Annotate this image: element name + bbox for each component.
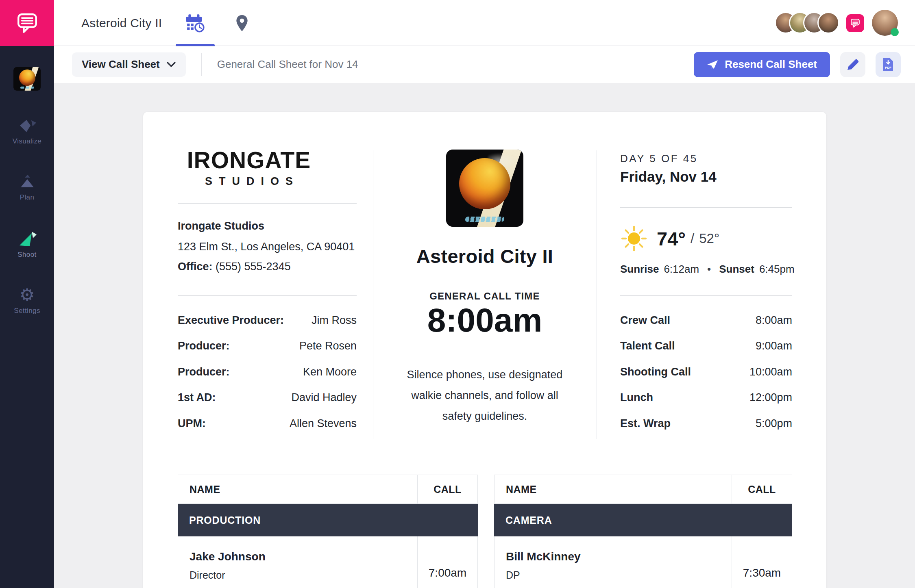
sidebar-item-settings[interactable]: ⚙ Settings xyxy=(0,286,54,325)
column-divider xyxy=(597,150,597,439)
crew-member-name: Jake Johnson xyxy=(190,550,417,563)
studio-name: Irongate Studios xyxy=(178,220,264,232)
call-sheet-document: IRONGATE STUDIOS Irongate Studios 123 El… xyxy=(143,112,826,588)
pencil-icon xyxy=(845,57,860,72)
edit-call-sheet-button[interactable] xyxy=(840,52,865,77)
sunrise-sunset-row: Sunrise 6:12am • Sunset 6:45pm xyxy=(620,263,792,276)
view-call-sheet-dropdown[interactable]: View Call Sheet xyxy=(72,52,186,77)
toolbar-divider xyxy=(201,53,202,76)
sidebar-item-label: Visualize xyxy=(13,137,41,145)
chat-bubble-logo-icon xyxy=(15,12,39,34)
app-screen: Asteroid City II xyxy=(0,0,915,588)
crew-member-name: Bill McKinney xyxy=(506,550,732,563)
svg-text:PDF: PDF xyxy=(885,66,891,69)
table-header: NAME CALL xyxy=(178,475,478,504)
sun-icon xyxy=(620,225,648,252)
call-column-header: CALL xyxy=(417,475,477,503)
crew-member-call-time: 7:00am xyxy=(417,536,477,588)
chat-bubble-icon xyxy=(850,18,861,28)
download-pdf-button[interactable]: PDF xyxy=(876,52,901,77)
dot-separator: • xyxy=(707,263,711,276)
sidebar-item-plan[interactable]: Plan xyxy=(0,173,54,212)
team-avatar[interactable] xyxy=(817,12,839,34)
schedule-row: Lunch 12:00pm xyxy=(620,391,792,404)
team-avatar-stack[interactable] xyxy=(775,12,839,34)
crew-member-call-time: 7:30am xyxy=(732,536,792,588)
studio-address: 123 Elm St., Los Angeles, CA 90401 xyxy=(178,241,355,253)
film-title: Asteroid City II xyxy=(403,245,566,267)
tab-locations[interactable] xyxy=(224,0,260,46)
sidebar-item-shoot[interactable]: Shoot xyxy=(0,229,54,268)
sunset-time: 6:45pm xyxy=(759,263,795,276)
schedule-time: 8:00am xyxy=(756,314,792,327)
sidebar-item-visualize[interactable]: Visualize xyxy=(0,117,54,156)
crew-role-label: Producer: xyxy=(178,366,230,378)
call-sheet-toolbar: View Call Sheet General Call Sheet for N… xyxy=(54,46,915,83)
set-notes: Silence phones, use designated walkie ch… xyxy=(397,365,572,427)
crew-member-role: DP xyxy=(506,569,732,581)
schedule-time: 10:00am xyxy=(749,366,792,378)
schedule-label: Est. Wrap xyxy=(620,417,671,430)
crew-role-name: Pete Rosen xyxy=(299,340,357,352)
schedule-label: Lunch xyxy=(620,391,653,404)
crew-role-name: David Hadley xyxy=(291,391,357,404)
divider xyxy=(620,295,792,296)
schedule-row: Shooting Call 10:00am xyxy=(620,366,792,378)
sunrise-time: 6:12am xyxy=(664,263,699,276)
crew-role-row: 1st AD: David Hadley xyxy=(178,391,357,404)
office-label: Office: xyxy=(178,260,213,273)
view-call-sheet-label: View Call Sheet xyxy=(82,58,160,71)
visualize-icon xyxy=(17,117,38,135)
name-column-header: NAME xyxy=(495,475,732,503)
resend-call-sheet-label: Resend Call Sheet xyxy=(725,58,817,71)
table-row: Bill McKinney DP 7:30am xyxy=(494,536,792,588)
top-bar: Asteroid City II xyxy=(0,0,915,46)
movie-poster-image xyxy=(446,150,523,227)
crew-role-name: Ken Moore xyxy=(303,366,357,378)
sidebar: Visualize Plan Shoot ⚙ Settings xyxy=(0,46,54,588)
messages-button[interactable] xyxy=(846,14,864,32)
gear-icon: ⚙ xyxy=(20,286,35,304)
temp-high: 74° xyxy=(657,228,686,250)
studio-office-phone: Office: (555) 555-2345 xyxy=(178,260,291,273)
schedule-row: Crew Call 8:00am xyxy=(620,314,792,327)
online-status-dot xyxy=(891,28,899,36)
project-thumbnail[interactable] xyxy=(13,67,41,91)
resend-call-sheet-button[interactable]: Resend Call Sheet xyxy=(694,52,830,77)
table-row: Jake Johnson Director 7:00am xyxy=(178,536,478,588)
crew-role-name: Jim Ross xyxy=(312,314,357,327)
current-user-avatar[interactable] xyxy=(872,10,898,36)
day-counter: DAY 5 OF 45 xyxy=(620,152,698,165)
sidebar-item-label: Settings xyxy=(14,307,40,315)
schedule-time: 9:00am xyxy=(756,340,792,352)
planet-artwork xyxy=(459,158,510,209)
department-section-row: CAMERA xyxy=(494,504,792,536)
department-section-row: PRODUCTION xyxy=(178,504,478,536)
pdf-download-icon: PDF xyxy=(882,58,894,72)
tab-call-sheet[interactable] xyxy=(176,0,215,46)
crew-member-role: Director xyxy=(190,569,417,581)
sunset-label: Sunset xyxy=(719,263,754,276)
crew-role-row: Executive Producer: Jim Ross xyxy=(178,314,357,327)
camera-table: NAME CALL CAMERA Bill McKinney DP 7:30am xyxy=(494,475,792,588)
weather-row: 74° / 52° xyxy=(620,225,719,252)
divider xyxy=(178,203,357,204)
sheet-title: General Call Sheet for Nov 14 xyxy=(217,58,358,71)
production-table: NAME CALL PRODUCTION Jake Johnson Direct… xyxy=(178,475,478,588)
main-content: IRONGATE STUDIOS Irongate Studios 123 El… xyxy=(54,83,915,588)
schedule-label: Crew Call xyxy=(620,314,670,327)
office-phone: (555) 555-2345 xyxy=(216,260,291,273)
schedule-row: Est. Wrap 5:00pm xyxy=(620,417,792,430)
app-logo-button[interactable] xyxy=(0,0,54,46)
crew-role-label: 1st AD: xyxy=(178,391,216,404)
shoot-icon xyxy=(16,229,38,248)
schedule-label: Talent Call xyxy=(620,340,675,352)
crew-role-name: Allen Stevens xyxy=(290,417,357,430)
column-divider xyxy=(373,150,373,439)
crew-role-label: Executive Producer: xyxy=(178,314,284,327)
sunrise-label: Sunrise xyxy=(620,263,659,276)
schedule-time: 12:00pm xyxy=(749,391,792,404)
sidebar-item-label: Shoot xyxy=(17,251,36,259)
project-title: Asteroid City II xyxy=(81,0,162,46)
call-column-header: CALL xyxy=(732,475,792,503)
